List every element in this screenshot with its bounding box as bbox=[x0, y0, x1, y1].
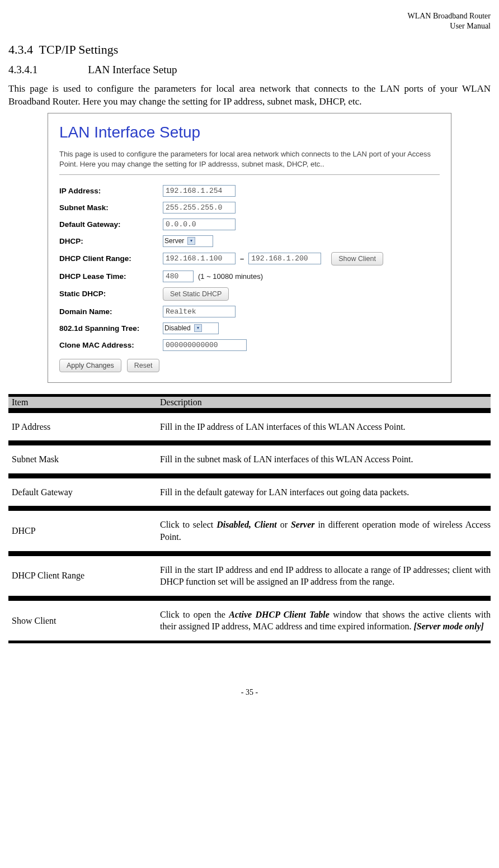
table-row: DHCP Click to select Disabled, Client or… bbox=[8, 509, 491, 553]
apply-changes-button[interactable]: Apply Changes bbox=[59, 359, 121, 372]
dhcp-select-value: Server bbox=[164, 237, 184, 245]
static-dhcp-label: Static DHCP: bbox=[59, 290, 163, 298]
table-desc: Fill in the IP address of LAN interfaces… bbox=[157, 411, 491, 443]
default-gateway-input[interactable] bbox=[163, 219, 236, 230]
show-client-button[interactable]: Show Client bbox=[331, 252, 383, 265]
reset-button[interactable]: Reset bbox=[127, 359, 160, 372]
table-header-description: Description bbox=[157, 395, 491, 410]
subnet-mask-label: Subnet Mask: bbox=[59, 203, 163, 212]
clone-mac-input[interactable] bbox=[163, 339, 247, 351]
set-static-dhcp-button[interactable]: Set Static DHCP bbox=[163, 287, 229, 301]
lease-time-label: DHCP Lease Time: bbox=[59, 272, 163, 281]
table-desc: Click to select Disabled, Client or Serv… bbox=[157, 509, 491, 553]
section-heading-2: 4.3.4.1LAN Interface Setup bbox=[8, 64, 491, 76]
table-item: Subnet Mask bbox=[8, 443, 157, 476]
domain-name-input[interactable] bbox=[163, 306, 236, 317]
clone-mac-label: Clone MAC Address: bbox=[59, 341, 163, 349]
table-item: DHCP Client Range bbox=[8, 554, 157, 598]
dhcp-select[interactable]: Server ▾ bbox=[163, 235, 213, 247]
chevron-down-icon: ▾ bbox=[194, 324, 202, 332]
table-item: Show Client bbox=[8, 599, 157, 643]
screenshot-title: LAN Interface Setup bbox=[59, 124, 440, 141]
page-header: WLAN Broadband Router User Manual bbox=[8, 11, 491, 31]
table-row: Default Gateway Fill in the default gate… bbox=[8, 476, 491, 509]
section-title-1: TCP/IP Settings bbox=[39, 42, 119, 56]
domain-name-label: Domain Name: bbox=[59, 307, 163, 316]
spanning-tree-value: Disabled bbox=[164, 324, 191, 332]
table-desc: Fill in the subnet mask of LAN interface… bbox=[157, 443, 491, 476]
section-num-1: 4.3.4 bbox=[8, 42, 33, 56]
table-item: Default Gateway bbox=[8, 476, 157, 509]
default-gateway-label: Default Gateway: bbox=[59, 220, 163, 229]
lease-time-note: (1 ~ 10080 minutes) bbox=[198, 272, 263, 281]
table-row: IP Address Fill in the IP address of LAN… bbox=[8, 411, 491, 443]
table-item: DHCP bbox=[8, 509, 157, 553]
table-header-item: Item bbox=[8, 395, 157, 410]
table-desc: Click to open the Active DHCP Client Tab… bbox=[157, 599, 491, 643]
table-row: Show Client Click to open the Active DHC… bbox=[8, 599, 491, 643]
ip-address-label: IP Address: bbox=[59, 187, 163, 195]
intro-paragraph: This page is used to configure the param… bbox=[8, 83, 491, 108]
table-desc: Fill in the default gateway for LAN inte… bbox=[157, 476, 491, 509]
header-line1: WLAN Broadband Router bbox=[8, 11, 491, 21]
spanning-tree-label: 802.1d Spanning Tree: bbox=[59, 324, 163, 333]
section-num-2: 4.3.4.1 bbox=[8, 64, 37, 75]
section-heading-1: 4.3.4 TCP/IP Settings bbox=[8, 42, 491, 57]
subnet-mask-input[interactable] bbox=[163, 202, 236, 214]
dhcp-range-to-input[interactable] bbox=[248, 253, 321, 264]
section-title-2: LAN Interface Setup bbox=[88, 64, 177, 75]
divider bbox=[59, 174, 440, 175]
screenshot-desc: This page is used to configure the param… bbox=[59, 149, 440, 169]
chevron-down-icon: ▾ bbox=[187, 237, 195, 245]
description-table: Item Description IP Address Fill in the … bbox=[8, 394, 491, 643]
dhcp-label: DHCP: bbox=[59, 237, 163, 245]
spanning-tree-select[interactable]: Disabled ▾ bbox=[163, 322, 219, 334]
range-separator: – bbox=[240, 254, 244, 263]
table-row: DHCP Client Range Fill in the start IP a… bbox=[8, 554, 491, 598]
dhcp-range-label: DHCP Client Range: bbox=[59, 254, 163, 263]
page-footer: - 35 - bbox=[8, 688, 491, 697]
lease-time-input[interactable] bbox=[163, 271, 194, 282]
header-line2: User Manual bbox=[8, 21, 491, 31]
ip-address-input[interactable] bbox=[163, 185, 236, 197]
table-item: IP Address bbox=[8, 411, 157, 443]
table-row: Subnet Mask Fill in the subnet mask of L… bbox=[8, 443, 491, 476]
table-desc: Fill in the start IP address and end IP … bbox=[157, 554, 491, 598]
lan-setup-screenshot: LAN Interface Setup This page is used to… bbox=[48, 113, 451, 382]
dhcp-range-from-input[interactable] bbox=[163, 253, 236, 264]
